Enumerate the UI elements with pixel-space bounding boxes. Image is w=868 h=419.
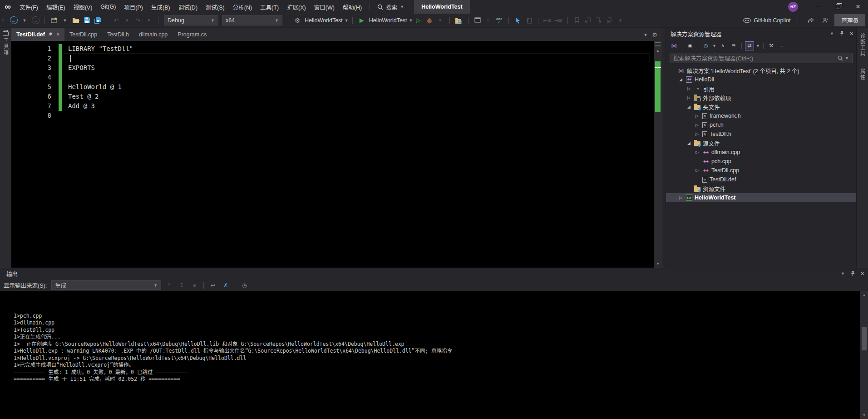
toolbox-tab[interactable]: 工具箱	[2, 30, 10, 57]
close-icon[interactable]: ×	[861, 270, 864, 277]
clear-all-icon[interactable]: ✗	[221, 280, 231, 290]
tree-row[interactable]: ▷hTestDll.h	[666, 130, 856, 139]
maximize-button[interactable]	[828, 0, 848, 14]
menu-item[interactable]: 项目(P)	[120, 0, 147, 14]
collapse-arrow-icon[interactable]: ◢	[678, 77, 684, 82]
tree-row[interactable]: ▷++TestDll.cpp	[666, 166, 856, 175]
dock-tab[interactable]: 诊断工具	[859, 31, 866, 59]
hot-reload-icon[interactable]	[424, 15, 434, 26]
word-wrap-icon[interactable]: ↩	[208, 280, 218, 290]
expand-arrow-icon[interactable]: ▷	[694, 132, 700, 136]
hot-reload-caret[interactable]: ▼	[435, 15, 445, 26]
code-editor[interactable]: 1 LIBRARY "TestDll" 2 3 EXPORTS	[11, 41, 662, 268]
navigate-back-caret[interactable]: ▼	[20, 15, 30, 26]
tree-row[interactable]: 资源文件	[666, 184, 856, 193]
collapse-arrow-icon[interactable]: ◢	[686, 141, 692, 145]
decrease-indent-icon[interactable]: ⇤≡	[542, 15, 552, 26]
menu-item[interactable]: 编辑(E)	[42, 0, 69, 14]
solution-platforms-dropdown[interactable]: x64▼	[222, 15, 282, 25]
whitespace-icon[interactable]: ⠿	[483, 15, 493, 26]
undo-icon[interactable]: ↶	[111, 15, 121, 26]
spell-check-icon[interactable]: abc✓	[494, 15, 504, 26]
next-bookmark-icon[interactable]	[594, 15, 604, 26]
redo-caret[interactable]: ▼	[144, 15, 154, 26]
menu-item[interactable]: 调试(D)	[174, 0, 202, 14]
github-copilot-button[interactable]: GitHub Copilot	[743, 17, 790, 24]
editor-scrollbar[interactable]: ▲ ▼	[654, 41, 662, 268]
code-line[interactable]: 7 Add @ 3	[11, 101, 654, 111]
sync-with-active-document-icon[interactable]: ⇄	[745, 41, 754, 50]
menu-item[interactable]: Git(G)	[96, 0, 120, 14]
collapse-arrow-icon[interactable]: ◢	[686, 105, 692, 109]
menu-item[interactable]: 文件(F)	[15, 0, 42, 14]
close-icon[interactable]: ×	[850, 30, 853, 37]
window-position-caret[interactable]: ▼	[841, 271, 845, 276]
toggle-bookmark-icon[interactable]	[572, 15, 582, 26]
tree-row[interactable]: ▷C#HelloWorldTest	[666, 193, 856, 202]
expand-arrow-icon[interactable]: ▷	[694, 150, 700, 155]
open-files-filter-icon[interactable]: ◷	[701, 41, 710, 50]
tree-row[interactable]: ◢源文件	[666, 139, 856, 148]
toolbar-overflow-caret[interactable]: ▼	[616, 15, 626, 26]
properties-pages-icon[interactable]: ⊟	[729, 41, 738, 50]
window-position-caret[interactable]: ▼	[830, 31, 834, 36]
menu-item[interactable]: 测试(S)	[202, 0, 229, 14]
run-target-caret[interactable]: ▼	[409, 18, 413, 23]
tree-row[interactable]: ◢++HelloDll	[666, 75, 856, 84]
splitter-grip-icon[interactable]	[655, 42, 661, 46]
editor-tab[interactable]: TestDll.cpp ×	[64, 28, 102, 41]
solution-configurations-dropdown[interactable]: Debug▼	[164, 15, 218, 25]
scrollbar-thumb[interactable]	[862, 327, 867, 350]
run-target-label[interactable]: HelloWorldTest	[369, 17, 407, 24]
collapse-all-icon[interactable]: ∧	[718, 41, 727, 50]
code-line[interactable]: 5 HelloWorld @ 1	[11, 82, 654, 92]
display-mode-icon[interactable]	[473, 15, 483, 26]
tree-row[interactable]: ⋈解决方案 'HelloWorldTest' (2 个项目, 共 2 个)	[666, 66, 856, 75]
solution-title[interactable]: HelloWorldTest	[414, 0, 470, 14]
find-in-files-icon[interactable]	[454, 15, 464, 26]
previous-message-icon[interactable]: ↥	[164, 280, 174, 290]
user-avatar[interactable]: HZ	[788, 2, 798, 12]
code-line[interactable]: 3 EXPORTS	[11, 63, 654, 73]
startup-project-label[interactable]: HelloWorldTest	[305, 17, 343, 24]
go-to-message-icon[interactable]: ≡	[189, 280, 199, 290]
code-line[interactable]: 8	[11, 111, 654, 120]
tree-row[interactable]: ▷hpch.h	[666, 120, 856, 130]
active-files-caret[interactable]: ▼	[643, 33, 647, 37]
menu-item[interactable]: 窗口(W)	[310, 0, 339, 14]
properties-wrench-icon[interactable]: ⚒	[767, 41, 776, 50]
scroll-up-icon[interactable]: ▲	[654, 49, 662, 53]
pin-icon[interactable]	[48, 32, 53, 37]
menu-item[interactable]: 生成(B)	[147, 0, 174, 14]
scroll-down-icon[interactable]: ▼	[654, 262, 662, 266]
new-project-icon[interactable]	[49, 15, 59, 26]
search-options-caret[interactable]: ▼	[845, 56, 849, 60]
pin-icon[interactable]	[850, 271, 855, 276]
start-without-debugging-icon[interactable]: ▷	[414, 15, 424, 26]
code-line[interactable]: 6 Test @ 2	[11, 92, 654, 101]
redo-icon[interactable]: ↷	[133, 15, 143, 26]
paste-indent-icon[interactable]	[524, 15, 534, 26]
menu-item[interactable]: 视图(V)	[69, 0, 97, 14]
new-project-caret[interactable]: ▼	[60, 15, 70, 26]
expand-arrow-icon[interactable]: ▷	[678, 195, 684, 200]
output-log[interactable]: 1>pch.cpp1>dllmain.cpp1>TestDll.cpp1>正在生…	[0, 291, 868, 419]
feedback-icon[interactable]	[820, 15, 830, 26]
tree-row[interactable]: ▷▫▫引用	[666, 84, 856, 93]
editor-tab[interactable]: Program.cs ×	[173, 28, 212, 41]
dock-tab[interactable]: 属性	[859, 67, 866, 82]
increase-indent-icon[interactable]: ⇥≡	[553, 15, 563, 26]
next-message-icon[interactable]: ↧	[177, 280, 187, 290]
expand-arrow-icon[interactable]: ▷	[686, 86, 692, 91]
startup-project-caret[interactable]: ▼	[345, 18, 349, 23]
close-icon[interactable]: ×	[56, 31, 59, 38]
switch-views-icon[interactable]: ⋈	[670, 41, 679, 50]
toolbar-drag-handle[interactable]: ⠿	[2, 20, 6, 21]
document-options-gear-icon[interactable]: ⚙	[652, 31, 657, 38]
save-all-icon[interactable]	[93, 15, 103, 26]
minimize-button[interactable]: ─	[808, 0, 828, 14]
menu-item[interactable]: 工具(T)	[256, 0, 283, 14]
tree-row[interactable]: ▷外部依赖项	[666, 93, 856, 102]
undo-caret[interactable]: ▼	[122, 15, 132, 26]
tree-row[interactable]: ▷hframework.h	[666, 111, 856, 120]
